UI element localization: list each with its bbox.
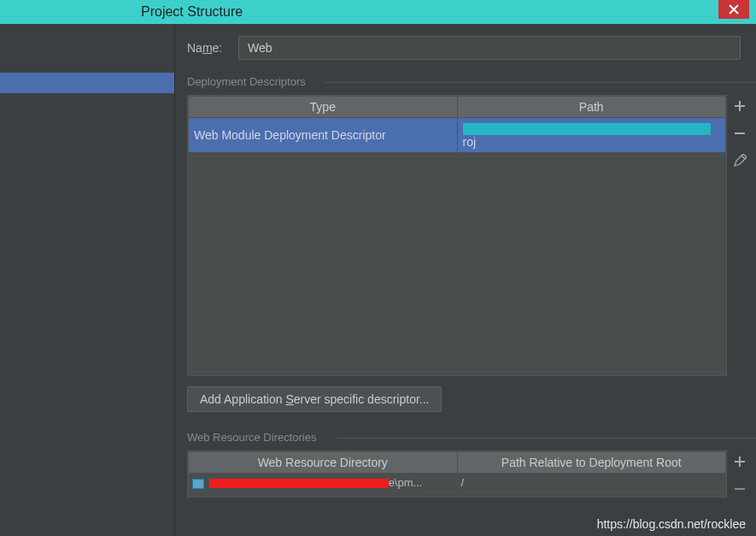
table-header-row: Web Resource Directory Path Relative to …	[189, 452, 726, 474]
minus-icon	[733, 127, 747, 140]
redacted-path	[463, 123, 711, 135]
redacted-dir	[209, 479, 389, 488]
webres-table: Web Resource Directory Path Relative to …	[188, 451, 726, 492]
window-title: Project Structure	[141, 4, 243, 20]
col-path: Path	[457, 97, 726, 118]
deployment-descriptors-title: Deployment Descriptors	[187, 75, 756, 88]
name-row: Name:	[187, 36, 756, 60]
content-panel: Name: Deployment Descriptors Type Path W…	[175, 24, 756, 536]
main-area: Name: Deployment Descriptors Type Path W…	[0, 24, 756, 536]
deployment-table-area: Type Path Web Module Deployment Descript…	[187, 95, 727, 376]
name-label: Name:	[187, 41, 238, 55]
add-button[interactable]	[731, 453, 748, 470]
watermark: https://blog.csdn.net/rocklee	[597, 517, 746, 531]
cell-dir: e\pm...	[189, 474, 458, 492]
table-row[interactable]: Web Module Deployment Descriptor roj	[189, 118, 726, 153]
deployment-toolbar	[727, 95, 753, 376]
deployment-table: Type Path Web Module Deployment Descript…	[188, 96, 726, 153]
edit-button[interactable]	[731, 152, 748, 169]
webres-toolbar	[727, 451, 753, 498]
col-relpath: Path Relative to Deployment Root	[457, 452, 726, 474]
add-button[interactable]	[731, 97, 748, 115]
folder-icon	[192, 479, 204, 489]
add-server-descriptor-button[interactable]: Add Application Server specific descript…	[187, 386, 442, 412]
plus-icon	[733, 455, 747, 468]
close-button[interactable]	[718, 0, 749, 19]
sidebar-selected-item[interactable]	[0, 73, 174, 93]
table-header-row: Type Path	[189, 97, 726, 118]
col-dir: Web Resource Directory	[189, 452, 458, 474]
table-row[interactable]: e\pm... /	[189, 474, 726, 492]
deployment-table-body	[188, 153, 726, 375]
deployment-table-wrap: Type Path Web Module Deployment Descript…	[187, 95, 753, 376]
name-input[interactable]	[238, 36, 741, 60]
remove-button[interactable]	[731, 480, 748, 498]
col-type: Type	[189, 97, 458, 118]
webres-table-area: Web Resource Directory Path Relative to …	[187, 451, 727, 498]
web-resource-title: Web Resource Directories	[187, 431, 756, 444]
remove-button[interactable]	[731, 125, 748, 142]
plus-icon	[733, 99, 747, 113]
minus-icon	[733, 482, 747, 496]
webres-table-wrap: Web Resource Directory Path Relative to …	[187, 451, 753, 498]
sidebar	[0, 24, 175, 536]
close-icon	[729, 4, 739, 15]
titlebar: Project Structure	[0, 0, 756, 24]
cell-path: roj	[457, 118, 726, 153]
cell-relpath: /	[457, 474, 726, 492]
pencil-icon	[733, 154, 747, 168]
cell-type: Web Module Deployment Descriptor	[189, 118, 458, 153]
